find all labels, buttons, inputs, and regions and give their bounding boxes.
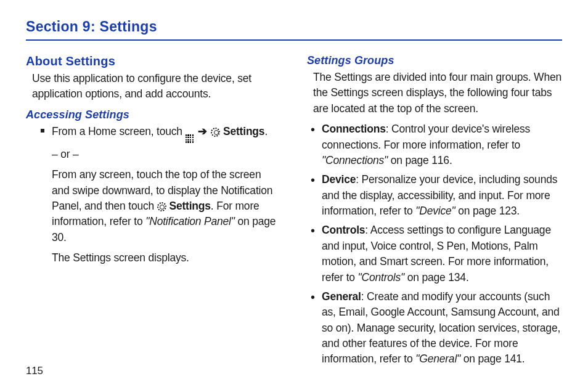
home-screen-step-text: From a Home screen, touch ➔ Settings. (52, 124, 267, 143)
controls-title: Controls (322, 224, 365, 236)
swipe-instruction: From any screen, touch the top of the sc… (52, 167, 281, 245)
list-item-general: General: Create and modify your accounts… (311, 289, 562, 367)
device-title: Device (322, 173, 356, 186)
settings-label: Settings (223, 125, 264, 137)
apps-grid-icon (186, 134, 194, 143)
settings-displays-text: The Settings screen displays. (52, 250, 281, 266)
home-screen-step: From a Home screen, touch ➔ Settings. (26, 124, 281, 143)
sub-steps: – or – From any screen, touch the top of… (26, 147, 281, 266)
controls-ref: "Controls" (358, 271, 405, 284)
general-title: General (322, 290, 361, 303)
device-ref: "Device" (415, 205, 455, 217)
list-item-controls: Controls: Access settings to configure L… (311, 223, 562, 285)
controls-page: on page 134. (404, 271, 468, 284)
about-settings-heading: About Settings (26, 54, 281, 68)
about-settings-intro: Use this application to configure the de… (26, 71, 281, 102)
notification-panel-ref: "Notification Panel" (145, 215, 235, 227)
device-page: on page 123. (455, 205, 520, 217)
list-item-device: Device: Personalize your device, includi… (311, 172, 562, 219)
page-number: 115 (26, 365, 43, 377)
two-column-layout: About Settings Use this application to c… (26, 54, 562, 371)
connections-page: on page 116. (388, 154, 452, 166)
section-divider (26, 39, 562, 41)
left-column: About Settings Use this application to c… (26, 54, 281, 371)
connections-title: Connections (322, 123, 386, 135)
settings-groups-intro: The Settings are divided into four main … (307, 70, 562, 116)
list-item-connections: Connections: Control your device's wirel… (311, 121, 562, 168)
arrow-icon: ➔ (198, 124, 207, 139)
square-bullet-icon (41, 129, 44, 133)
connections-ref: "Connections" (322, 154, 388, 166)
general-page: on page 141. (460, 353, 525, 365)
gear-icon (157, 202, 166, 211)
or-text: – or – (52, 147, 281, 162)
right-column: Settings Groups The Settings are divided… (307, 54, 562, 371)
accessing-settings-heading: Accessing Settings (26, 108, 281, 121)
step-prefix: From a Home screen, touch (52, 125, 186, 137)
gear-icon (211, 128, 220, 137)
section-title: Section 9: Settings (26, 18, 562, 35)
general-ref: "General" (415, 353, 460, 365)
settings-label-2: Settings (169, 200, 210, 212)
period: . (264, 125, 267, 137)
settings-groups-heading: Settings Groups (307, 54, 562, 67)
settings-groups-list: Connections: Control your device's wirel… (307, 121, 562, 367)
